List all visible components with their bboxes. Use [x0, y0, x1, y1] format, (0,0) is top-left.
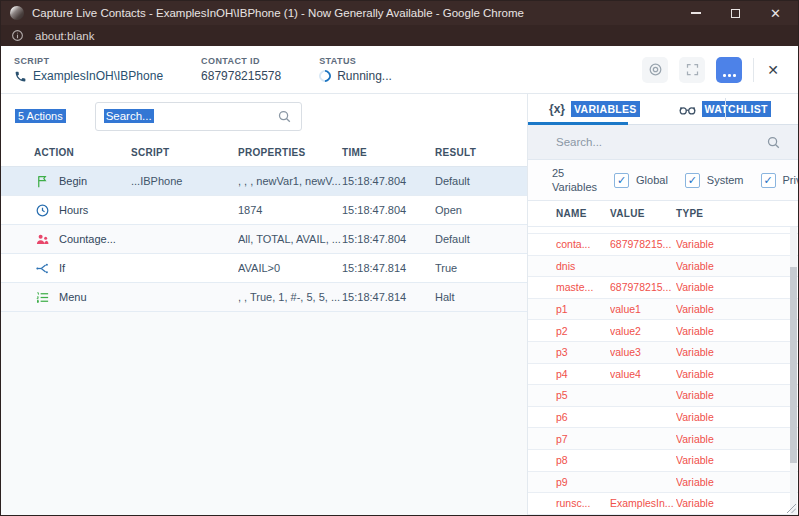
action-label: Hours	[59, 204, 88, 216]
checkbox-icon[interactable]: ✓	[761, 173, 776, 188]
contact-id-label: CONTACT ID	[201, 56, 281, 66]
title-bar: Capture Live Contacts - ExamplesInOH\IBP…	[1, 1, 798, 25]
info-icon[interactable]	[11, 29, 24, 42]
tabs-separator	[725, 98, 726, 120]
column-header-name[interactable]: NAME	[556, 208, 610, 219]
tab-variables-label: VARIABLES	[571, 101, 640, 117]
variable-row[interactable]: p4value4Variable	[528, 364, 798, 386]
variable-type: Variable	[676, 346, 798, 358]
list-icon	[34, 289, 50, 305]
action-row[interactable]: Hours187415:18:47.804Open	[1, 196, 527, 225]
variable-value: value4	[610, 368, 676, 380]
search-icon	[766, 135, 781, 150]
variable-value: 687978215...	[610, 281, 676, 293]
window-close-button[interactable]: ✕	[770, 7, 781, 20]
variable-row[interactable]: p2value2Variable	[528, 320, 798, 342]
filter-private[interactable]: ✓Private	[761, 173, 799, 188]
chrome-window: Capture Live Contacts - ExamplesInOH\IBP…	[0, 0, 799, 516]
glasses-icon	[679, 103, 696, 116]
resize-gripper-icon[interactable]	[787, 504, 796, 513]
action-row[interactable]: Countage...All, TOTAL, AVAIL, ...15:18:4…	[1, 225, 527, 254]
variable-row[interactable]: p6Variable	[528, 407, 798, 429]
branch-icon	[34, 260, 50, 276]
variables-table-header: NAME VALUE TYPE	[528, 201, 798, 227]
variable-row[interactable]: p5Variable	[528, 385, 798, 407]
actions-count: 5 Actions	[15, 109, 66, 123]
checkbox-icon[interactable]: ✓	[614, 173, 629, 188]
variable-name: p7	[556, 433, 610, 445]
variables-filter-row: 25 Variables ✓Global✓System✓Private	[528, 160, 798, 201]
maximize-button[interactable]	[731, 9, 740, 18]
action-script: ...IBPhone	[131, 175, 238, 187]
variable-row[interactable]: p9Variable	[528, 472, 798, 494]
variable-name: p5	[556, 389, 610, 401]
minimize-button[interactable]	[691, 12, 701, 14]
status-meta: STATUS Running...	[319, 56, 392, 83]
action-row[interactable]: Begin...IBPhone, , , newVar1, newV...15:…	[1, 167, 527, 196]
contact-id-value: 687978215578	[201, 69, 281, 83]
filter-global[interactable]: ✓Global	[614, 173, 668, 188]
filter-system[interactable]: ✓System	[685, 173, 744, 188]
action-row[interactable]: Menu, , True, 1, #-, 5, 5, ...15:18:47.8…	[1, 283, 527, 312]
column-header-value[interactable]: VALUE	[610, 208, 676, 219]
variables-scrollbar[interactable]	[790, 227, 797, 516]
variable-row[interactable]: p7Variable	[528, 428, 798, 450]
variable-type: Variable	[676, 368, 798, 380]
action-time: 15:18:47.814	[342, 291, 435, 303]
variables-search-input[interactable]: Search...	[528, 125, 798, 160]
column-header-time[interactable]: TIME	[342, 147, 435, 158]
capture-close-button[interactable]: ✕	[765, 62, 785, 78]
variable-type: Variable	[676, 325, 798, 337]
scrollbar-thumb[interactable]	[790, 267, 797, 463]
variables-search-placeholder: Search...	[556, 136, 602, 148]
variable-name: p2	[556, 325, 610, 337]
action-properties: 1874	[238, 204, 342, 216]
tab-watchlist-label: WATCHLIST	[702, 101, 771, 117]
column-header-result[interactable]: RESULT	[435, 147, 527, 158]
variable-type: Variable	[676, 454, 798, 466]
column-header-action[interactable]: ACTION	[34, 147, 131, 158]
variable-row[interactable]: conta...687978215...Variable	[528, 234, 798, 256]
action-label: If	[59, 262, 65, 274]
action-time: 15:18:47.804	[342, 175, 435, 187]
panel-layout-dots	[716, 74, 742, 77]
variable-name: p4	[556, 368, 610, 380]
actions-search-input[interactable]: Search...	[95, 102, 302, 131]
variable-type: Variable	[676, 433, 798, 445]
action-time: 15:18:47.804	[342, 233, 435, 245]
filter-label: System	[707, 174, 744, 186]
panel-layout-button[interactable]	[716, 57, 742, 83]
filter-label: Global	[636, 174, 668, 186]
action-result: Halt	[435, 291, 527, 303]
column-header-type[interactable]: TYPE	[676, 208, 798, 219]
variable-row[interactable]: p1value1Variable	[528, 299, 798, 321]
favicon-icon	[10, 6, 24, 20]
variable-name: p6	[556, 411, 610, 423]
action-cell: If	[34, 260, 131, 276]
variable-row[interactable]: maste...687978215...Variable	[528, 277, 798, 299]
action-properties: All, TOTAL, AVAIL, ...	[238, 233, 342, 245]
variable-row[interactable]: dnisVariable	[528, 256, 798, 278]
variable-row[interactable]: p8Variable	[528, 450, 798, 472]
column-header-script[interactable]: SCRIPT	[131, 147, 238, 158]
tab-variables[interactable]: {x} VARIABLES	[549, 101, 640, 117]
contact-id-meta: CONTACT ID 687978215578	[201, 56, 281, 83]
action-time: 15:18:47.804	[342, 204, 435, 216]
variable-row[interactable]: runsc...ExamplesIn...Variable	[528, 493, 798, 515]
checkbox-icon[interactable]: ✓	[685, 173, 700, 188]
action-properties: , , True, 1, #-, 5, 5, ...	[238, 291, 342, 303]
action-properties: , , , newVar1, newV...	[238, 175, 342, 187]
action-result: Open	[435, 204, 527, 216]
column-header-properties[interactable]: PROPERTIES	[238, 147, 342, 158]
actions-empty-area	[1, 312, 527, 516]
variable-value: value3	[610, 346, 676, 358]
actions-table-body: Begin...IBPhone, , , newVar1, newV...15:…	[1, 167, 527, 312]
action-cell: Begin	[34, 173, 131, 189]
variable-value: value1	[610, 303, 676, 315]
variable-row[interactable]: p3value3Variable	[528, 342, 798, 364]
variable-name: conta...	[556, 238, 610, 250]
record-button[interactable]	[642, 57, 668, 83]
action-row[interactable]: IfAVAIL>015:18:47.814True	[1, 254, 527, 283]
expand-button[interactable]	[679, 57, 705, 83]
url-text[interactable]: about:blank	[35, 30, 94, 42]
